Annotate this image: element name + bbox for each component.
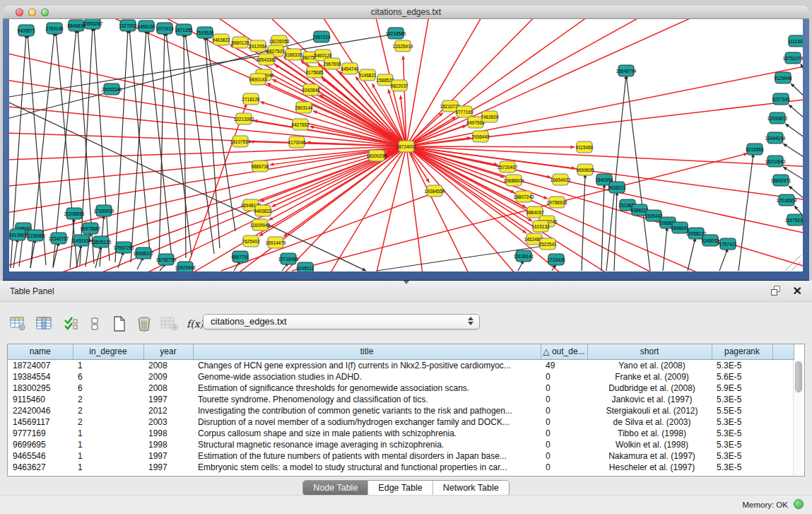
table-row[interactable]: 946362711997Embryonic stem cells: a mode… (8, 462, 794, 473)
show-columns-button[interactable] (35, 313, 54, 334)
graph-node[interactable]: 15751074 (783, 52, 803, 64)
graph-node[interactable]: 17359939 (94, 205, 114, 216)
table-cell[interactable]: Yano et al. (2008) (587, 359, 712, 371)
column-header-name[interactable]: name (8, 344, 73, 359)
graph-node[interactable]: 9245033 (701, 235, 719, 246)
graph-node[interactable]: 9493822 (254, 205, 272, 216)
table-cell[interactable]: 5.3E-5 (712, 359, 772, 371)
graph-node[interactable]: 9146821 (358, 69, 377, 81)
table-cell[interactable]: 5.6E-5 (712, 371, 772, 382)
table-cell[interactable]: 2 (73, 394, 143, 405)
graph-node[interactable]: 17016504 (777, 194, 797, 206)
graph-node[interactable]: 12213383 (234, 113, 254, 124)
graph-node[interactable]: 16914479 (266, 237, 286, 248)
table-cell[interactable]: 14569117 (8, 416, 73, 428)
graph-node[interactable]: 7462609 (481, 111, 499, 122)
graph-node[interactable]: 9245012 (296, 262, 314, 271)
table-row[interactable]: 1830029562008Estimation of significance … (8, 382, 794, 394)
table-cell[interactable]: Changes of HCN gene expression and I(f) … (193, 359, 541, 371)
graph-node[interactable]: 20206536 (64, 208, 85, 219)
table-mode-button[interactable] (8, 313, 28, 334)
table-cell[interactable]: 6 (73, 382, 143, 394)
table-cell[interactable]: 9699695 (8, 439, 73, 450)
zoom-window-button[interactable] (41, 8, 49, 16)
graph-node[interactable]: 9699695 (576, 164, 594, 175)
graph-node[interactable]: 1071913 (155, 23, 174, 34)
table-cell[interactable]: Genome-wide association studies in ADHD. (193, 371, 541, 382)
table-cell[interactable]: Corpus callosum shape and size in male p… (193, 428, 541, 439)
table-cell[interactable]: 1997 (143, 394, 193, 405)
row-height-button[interactable] (85, 313, 105, 334)
table-cell[interactable]: Nakamura et al. (1997) (587, 450, 712, 462)
column-header-short[interactable]: short (587, 344, 712, 359)
table-cell[interactable]: 19384554 (8, 371, 73, 382)
tab-network-table[interactable]: Network Table (433, 481, 509, 495)
table-cell[interactable]: 5.9E-5 (712, 382, 772, 394)
graph-node[interactable]: 2967608 (323, 58, 341, 69)
graph-node[interactable]: 16543382 (257, 54, 277, 65)
table-row[interactable]: 1872400712008Changes of HCN gene express… (8, 359, 794, 371)
column-header-pagerank[interactable]: pagerank (712, 344, 772, 359)
graph-node[interactable]: 2803144 (295, 102, 313, 113)
table-cell[interactable]: 1997 (143, 450, 193, 462)
graph-node[interactable]: 8660128 (231, 37, 249, 48)
graph-node[interactable]: 11156863 (25, 230, 45, 241)
graph-node[interactable]: 9242848 (302, 84, 320, 95)
function-builder-button[interactable]: f(x) (185, 313, 205, 334)
table-cell[interactable]: 1 (73, 439, 143, 450)
graph-node[interactable]: 7957224 (312, 31, 331, 42)
table-cell[interactable]: 49 (541, 359, 587, 371)
minimize-window-button[interactable] (28, 8, 36, 16)
graph-node[interactable]: 9129946 (774, 72, 792, 83)
table-cell[interactable]: 1997 (143, 462, 193, 473)
graph-node[interactable]: 9890143 (249, 74, 267, 85)
table-cell[interactable]: Stergiakouli et al. (2012) (587, 405, 712, 416)
table-row[interactable]: 977716911998Corpus callosum shape and si… (8, 428, 794, 439)
table-row[interactable]: 911546021997Tourette syndrome. Phenomeno… (8, 394, 794, 405)
table-cell[interactable]: 0 (541, 405, 587, 416)
graph-node[interactable]: 8846834 (67, 20, 86, 31)
tab-edge-table[interactable]: Edge Table (367, 481, 432, 495)
table-cell[interactable]: Dudbridge et al. (2008) (587, 382, 712, 394)
new-column-button[interactable] (110, 313, 129, 334)
delete-column-button[interactable] (134, 313, 154, 334)
graph-node[interactable]: 18807243 (514, 191, 534, 202)
table-row[interactable]: 1938455462009Genome-wide association stu… (8, 371, 794, 382)
table-cell[interactable]: Structural magnetic resonance image aver… (193, 439, 541, 450)
table-cell[interactable]: 5.5E-5 (712, 405, 772, 416)
graph-node[interactable]: 16210643 (765, 156, 786, 167)
column-header-in_degree[interactable]: in_degree (73, 344, 143, 359)
table-cell[interactable]: Wolkin et al. (1998) (587, 439, 712, 450)
table-cell[interactable]: 2008 (143, 359, 193, 371)
table-cell[interactable]: 9115460 (8, 394, 73, 405)
graph-node[interactable]: 18107554 (230, 136, 251, 147)
graph-node[interactable]: 13505135 (91, 236, 112, 247)
network-window-titlebar[interactable]: citations_edges.txt (3, 6, 809, 19)
table-cell[interactable]: 0 (541, 416, 587, 428)
table-cell[interactable]: 0 (541, 371, 587, 382)
table-cell[interactable]: Estimation of significance thresholds fo… (193, 382, 541, 394)
node-table-grid[interactable]: namein_degreeyeartitle△ out_de...shortpa… (8, 344, 794, 473)
tab-node-table[interactable]: Node Table (303, 481, 367, 495)
graph-node[interactable]: 1527002 (119, 20, 137, 31)
graph-node[interactable]: 8427552 (291, 119, 310, 130)
graph-node[interactable]: 12342757 (49, 233, 69, 244)
table-cell[interactable]: Jankovic et al. (1997) (587, 394, 712, 405)
table-cell[interactable]: 5.3E-5 (712, 439, 772, 450)
table-cell[interactable]: 9777169 (8, 428, 73, 439)
graph-node[interactable]: 16648794 (616, 65, 637, 76)
table-cell[interactable]: 2 (73, 416, 143, 428)
table-cell[interactable]: 6 (73, 371, 143, 382)
graph-node[interactable]: 9115460 (576, 141, 594, 153)
table-cell[interactable]: 2009 (143, 371, 193, 382)
graph-node[interactable]: 9463822 (212, 34, 230, 45)
graph-node[interactable]: 13325419 (393, 40, 413, 52)
graph-node[interactable]: 16654923 (551, 174, 571, 185)
table-cell[interactable]: 1998 (143, 439, 193, 450)
table-cell[interactable]: 5.3E-5 (712, 462, 772, 473)
table-cell[interactable]: 0 (541, 382, 587, 394)
table-cell[interactable]: 9465546 (8, 450, 73, 462)
graph-node[interactable]: 10553287 (83, 19, 103, 29)
table-row[interactable]: 1456911722003Disruption of a novel membe… (8, 416, 794, 428)
column-header-year[interactable]: year (143, 344, 193, 359)
